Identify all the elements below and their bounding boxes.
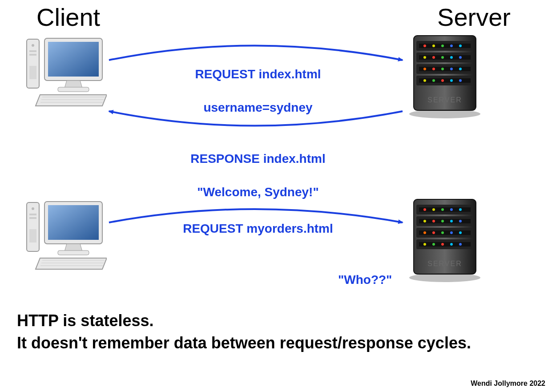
request1-line2: username=sydney bbox=[203, 101, 312, 114]
request1-label: REQUEST index.html username=sydney bbox=[151, 49, 365, 116]
response1-line2: "Welcome, Sydney!" bbox=[197, 185, 318, 199]
response1-line1: RESPONSE index.html bbox=[190, 152, 325, 166]
attribution: Wendi Jollymore 2022 bbox=[471, 380, 545, 388]
caption-line2: It doesn't remember data between request… bbox=[17, 334, 471, 352]
request1-line1: REQUEST index.html bbox=[195, 67, 321, 81]
who-label: "Who??" bbox=[338, 271, 400, 288]
caption-line1: HTTP is stateless. bbox=[17, 311, 153, 330]
response1-label: RESPONSE index.html "Welcome, Sydney!" bbox=[151, 133, 365, 201]
request2-label: REQUEST myorders.html bbox=[151, 220, 365, 237]
